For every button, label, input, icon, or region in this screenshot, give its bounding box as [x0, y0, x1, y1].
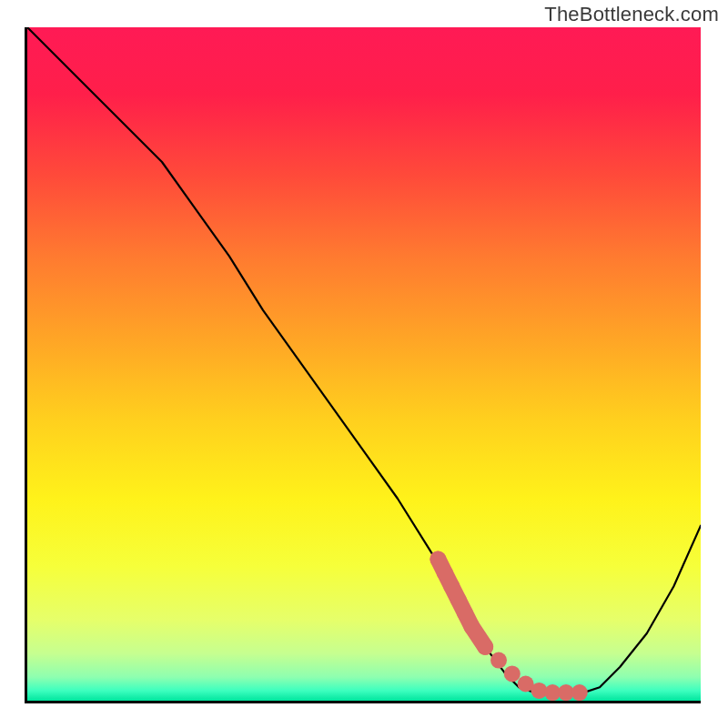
plot-area	[27, 27, 701, 701]
y-axis-line	[25, 27, 27, 703]
chart-stage: TheBottleneck.com	[0, 0, 728, 728]
x-axis-line	[27, 701, 701, 703]
curve-layer	[27, 27, 701, 701]
watermark-text: TheBottleneck.com	[544, 3, 719, 26]
